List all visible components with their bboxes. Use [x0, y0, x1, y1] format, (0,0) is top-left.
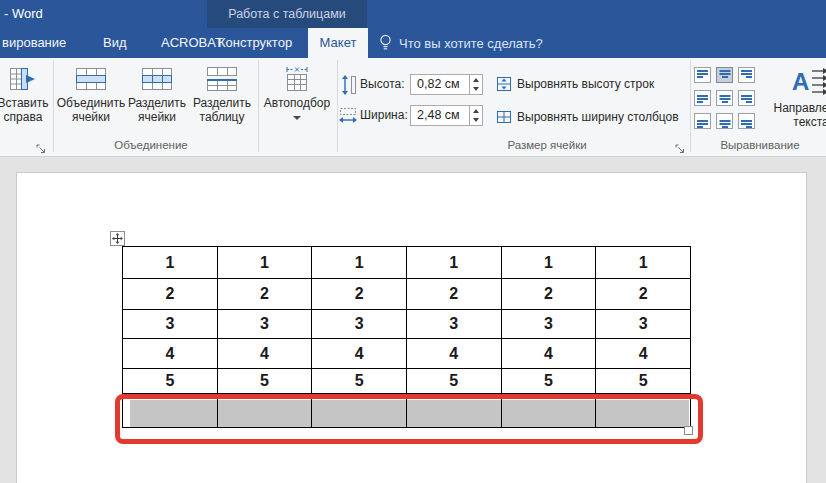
table-cell[interactable]: 5	[501, 369, 596, 394]
table-cell[interactable]: 3	[123, 310, 218, 339]
merge-cells-label-2: ячейки	[57, 111, 126, 125]
text-direction-icon: А	[792, 66, 826, 98]
annotation-rectangle	[115, 394, 703, 444]
table-cell[interactable]: 2	[312, 279, 407, 310]
ribbon: Вставить справа Объединить ячейки	[0, 58, 826, 157]
split-table-button[interactable]: Разделить таблицу	[188, 61, 256, 149]
merge-cells-label-1: Объединить	[57, 97, 126, 111]
split-cells-icon	[141, 66, 173, 92]
text-direction-label-2: текста	[774, 116, 826, 130]
table-cell[interactable]: 3	[596, 310, 691, 339]
table-row: 555555	[123, 369, 691, 394]
table-cell[interactable]: 5	[123, 369, 218, 394]
width-field-label: Ширина:	[360, 105, 408, 126]
svg-text:А: А	[792, 68, 809, 95]
width-value[interactable]: 2,48 см	[411, 106, 469, 125]
table-cell[interactable]: 4	[312, 339, 407, 369]
text-direction-button[interactable]: А Направление текста	[772, 62, 826, 150]
height-decrement-button[interactable]	[470, 85, 482, 95]
rows-columns-dialog-launcher[interactable]	[36, 141, 48, 153]
contextual-tab-title: Работа с таблицами	[228, 7, 346, 21]
split-cells-label-2: ячейки	[128, 111, 186, 125]
tab-design[interactable]: Конструктор	[218, 28, 292, 58]
align-bottom-center-button[interactable]	[716, 113, 733, 129]
tab-layout[interactable]: Макет	[308, 28, 368, 58]
align-center-right-button[interactable]	[738, 90, 755, 106]
table-cell[interactable]: 3	[217, 310, 312, 339]
row-height-icon	[341, 75, 357, 95]
table-cell[interactable]: 2	[406, 279, 501, 310]
table-cell[interactable]: 1	[596, 247, 691, 279]
cell-size-dialog-launcher[interactable]	[675, 141, 687, 153]
table-cell[interactable]: 1	[312, 247, 407, 279]
table-cell[interactable]: 3	[501, 310, 596, 339]
dialog-launcher-icon	[675, 144, 686, 155]
height-spinner-arrows	[469, 75, 482, 94]
contextual-tab-header: Работа с таблицами	[207, 0, 367, 28]
distribute-rows-button[interactable]: Выровнять высоту строк	[496, 75, 654, 93]
table-cell[interactable]: 3	[406, 310, 501, 339]
align-center-button[interactable]	[716, 90, 733, 106]
table-cell[interactable]: 5	[406, 369, 501, 394]
align-top-right-button[interactable]	[738, 67, 755, 83]
insert-right-button[interactable]: Вставить справа	[0, 61, 60, 149]
distribute-columns-button[interactable]: Выровнять ширину столбцов	[496, 108, 679, 126]
width-decrement-button[interactable]	[470, 116, 482, 126]
height-value[interactable]: 0,82 см	[411, 75, 469, 94]
table-resize-handle[interactable]	[684, 426, 693, 435]
table-cell[interactable]: 1	[217, 247, 312, 279]
table-row: 333333	[123, 310, 691, 339]
distribute-columns-icon	[496, 109, 512, 125]
align-center-left-button[interactable]	[694, 90, 711, 106]
height-increment-button[interactable]	[470, 75, 482, 85]
merge-cells-button[interactable]: Объединить ячейки	[56, 61, 126, 149]
table-cell[interactable]: 4	[406, 339, 501, 369]
insert-right-label-2: справа	[0, 111, 48, 125]
document-page[interactable]: 111111222222333333444444555555	[16, 172, 807, 483]
table-move-handle[interactable]	[110, 231, 125, 246]
align-bottom-left-button[interactable]	[694, 113, 711, 129]
table-cell[interactable]: 2	[596, 279, 691, 310]
align-bottom-right-button[interactable]	[738, 113, 755, 129]
split-cells-button[interactable]: Разделить ячейки	[126, 61, 188, 149]
tell-me-label: Что вы хотите сделать?	[399, 36, 543, 51]
group-separator	[53, 60, 54, 152]
table-cell[interactable]: 4	[123, 339, 218, 369]
insert-right-icon	[9, 66, 37, 92]
tell-me-box[interactable]: Что вы хотите сделать?	[379, 28, 543, 58]
split-cells-label-1: Разделить	[128, 97, 186, 111]
table-cell[interactable]: 5	[596, 369, 691, 394]
ribbon-tab-row: вирование Вид ACROBAT Конструктор Макет …	[0, 28, 826, 58]
table-cell[interactable]: 2	[217, 279, 312, 310]
distribute-columns-label: Выровнять ширину столбцов	[517, 110, 679, 124]
dialog-launcher-icon	[36, 144, 47, 155]
width-spinner[interactable]: 2,48 см	[410, 105, 483, 126]
cell-size-group-label: Размер ячейки	[437, 139, 657, 153]
tab-acrobat[interactable]: ACROBAT	[161, 28, 223, 58]
insert-right-label-1: Вставить	[0, 97, 48, 111]
table-cell[interactable]: 4	[217, 339, 312, 369]
tab-review[interactable]: вирование	[2, 28, 66, 58]
autofit-dropdown-arrow	[293, 116, 301, 120]
height-field-label: Высота:	[360, 74, 405, 95]
merge-cells-icon	[75, 66, 107, 92]
table-cell[interactable]: 1	[123, 247, 218, 279]
table-cell[interactable]: 4	[501, 339, 596, 369]
align-top-left-button[interactable]	[694, 67, 711, 83]
autofit-button[interactable]: Автоподбор	[258, 61, 336, 149]
table-cell[interactable]: 3	[312, 310, 407, 339]
table-cell[interactable]: 1	[406, 247, 501, 279]
table-cell[interactable]: 2	[501, 279, 596, 310]
width-increment-button[interactable]	[470, 106, 482, 116]
table-row: 222222	[123, 279, 691, 310]
split-table-label-1: Разделить	[193, 97, 251, 111]
table-cell[interactable]: 1	[501, 247, 596, 279]
height-spinner[interactable]: 0,82 см	[410, 74, 483, 95]
tab-view[interactable]: Вид	[103, 28, 127, 58]
table-cell[interactable]: 4	[596, 339, 691, 369]
table-cell[interactable]: 5	[217, 369, 312, 394]
table-cell[interactable]: 2	[123, 279, 218, 310]
table-cell[interactable]: 5	[312, 369, 407, 394]
align-top-center-button[interactable]	[716, 67, 733, 83]
move-cross-icon	[112, 233, 123, 244]
